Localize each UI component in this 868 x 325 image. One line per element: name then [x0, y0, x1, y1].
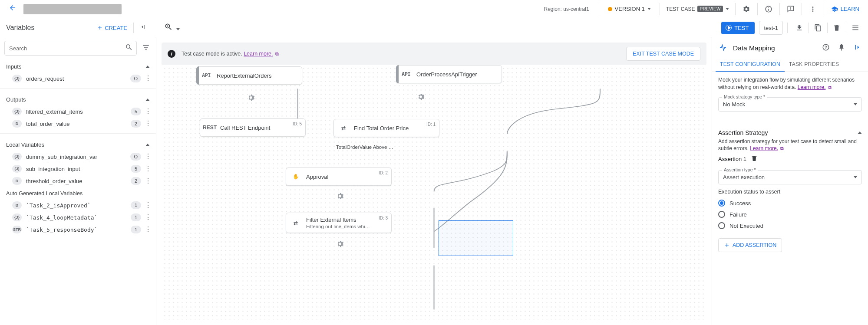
learn-button[interactable]: LEARN — [828, 6, 863, 13]
create-variable-button[interactable]: CREATE — [93, 22, 131, 34]
delete-button[interactable] — [829, 20, 844, 35]
region-label: Region: us-central1 — [544, 6, 595, 12]
version-status-dot-icon — [608, 7, 612, 11]
plus-icon — [97, 25, 103, 31]
testcase-selector[interactable]: TEST CASE PREVIEW — [663, 6, 732, 12]
caret-down-icon — [176, 28, 180, 30]
variables-title: Variables — [6, 24, 93, 32]
copy-button[interactable] — [811, 20, 825, 35]
test-label: TEST — [734, 25, 749, 31]
play-circle-icon — [726, 25, 732, 31]
logs-button[interactable] — [848, 20, 863, 35]
caret-down-icon — [726, 8, 729, 10]
zoom-control[interactable] — [161, 20, 183, 36]
create-label: CREATE — [105, 25, 127, 31]
magnifier-plus-icon — [164, 23, 173, 31]
gear-icon — [743, 5, 750, 13]
feedback-icon — [787, 5, 795, 13]
top-bar: Region: us-central1 VERSION 1 TEST CASE … — [0, 0, 868, 18]
integration-title-placeholder — [23, 4, 122, 14]
download-icon — [795, 24, 803, 32]
preview-badge: PREVIEW — [697, 6, 723, 12]
variables-header: Variables CREATE — [0, 21, 156, 35]
version-label: VERSION 1 — [615, 6, 645, 12]
collapse-panel-button[interactable] — [136, 21, 150, 35]
secondary-toolbar: Variables CREATE TEST test-1 — [0, 18, 868, 37]
learn-label: LEARN — [841, 6, 859, 12]
list-icon — [851, 24, 859, 32]
version-selector[interactable]: VERSION 1 — [603, 6, 656, 12]
info-button[interactable] — [761, 2, 776, 16]
more-menu-button[interactable] — [805, 2, 820, 16]
testcase-name-dropdown[interactable]: test-1 — [759, 21, 783, 35]
download-button[interactable] — [792, 20, 807, 35]
info-icon — [765, 5, 772, 13]
caret-down-icon — [647, 8, 651, 10]
copy-icon — [814, 24, 822, 32]
testcase-label: TEST CASE — [666, 6, 695, 12]
run-test-button[interactable]: TEST — [721, 22, 755, 34]
back-button[interactable] — [5, 2, 20, 16]
testcase-name: test-1 — [764, 25, 778, 31]
graduation-cap-icon — [831, 6, 838, 13]
more-vertical-icon — [809, 5, 817, 13]
collapse-left-icon — [140, 23, 147, 30]
feedback-button[interactable] — [783, 2, 798, 16]
canvas-toolbar — [156, 20, 188, 36]
trash-icon — [833, 24, 841, 32]
right-tools: TEST test-1 — [721, 20, 868, 35]
settings-button[interactable] — [739, 2, 754, 16]
